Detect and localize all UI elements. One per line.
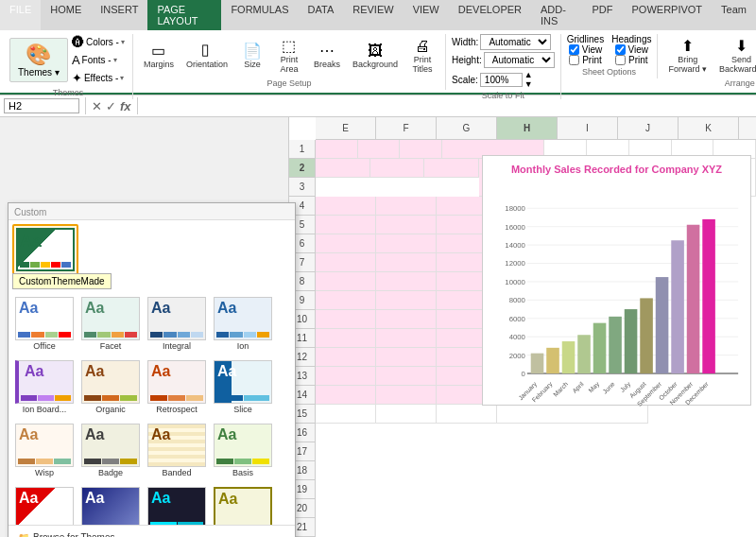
cell-e11[interactable] (316, 348, 376, 367)
cell-f7[interactable] (376, 272, 437, 291)
cell-e6[interactable] (316, 253, 376, 272)
theme-item-office[interactable]: Aa Office (12, 293, 77, 355)
cancel-formula-icon[interactable]: ✕ (92, 99, 102, 113)
tab-data[interactable]: DATA (299, 0, 344, 30)
colors-button[interactable]: 🅐 Colors - ▾ (70, 34, 127, 50)
wisp-letter: Aa (19, 426, 38, 443)
cell-e13[interactable] (316, 386, 376, 405)
tab-page-layout[interactable]: PAGE LAYOUT (147, 0, 221, 30)
theme-item-celestial[interactable]: Aa Celestial (78, 483, 143, 525)
orientation-button[interactable]: ▭ Orientation (181, 39, 232, 72)
cell-f13[interactable] (376, 386, 437, 405)
gridlines-view-check[interactable] (569, 44, 579, 55)
gridlines-print-check[interactable] (569, 55, 579, 65)
theme-item-facet[interactable]: Aa Facet (78, 293, 143, 355)
tab-pdf[interactable]: PDF (583, 0, 623, 30)
confirm-formula-icon[interactable]: ✓ (106, 99, 116, 113)
theme-panel-scroll[interactable]: Custom Aa (9, 203, 295, 525)
breaks-button[interactable]: ⋯ Breaks (309, 39, 345, 72)
effects-button[interactable]: ✦ Effects - ▾ (70, 70, 127, 86)
theme-item-integral[interactable]: Aa Integral (145, 293, 209, 355)
cell-e1[interactable] (316, 140, 358, 159)
print-titles-button[interactable]: 🖨 PrintTitles (405, 35, 439, 77)
cell-e12[interactable] (316, 367, 376, 386)
theme-item-badge[interactable]: Aa Badge (78, 420, 143, 481)
cell-f9[interactable] (376, 310, 437, 329)
tab-powerpivot[interactable]: POWERPIVOT (623, 0, 713, 30)
scale-input[interactable] (480, 73, 523, 87)
tab-developer[interactable]: DEVELOPER (449, 0, 531, 30)
custom-theme-item[interactable]: Aa CustomThe... (12, 224, 78, 286)
cell-e5[interactable] (316, 234, 376, 253)
theme-item-banded[interactable]: Aa Banded (145, 420, 209, 481)
headings-col: Headings View Print (611, 34, 651, 65)
tab-review[interactable]: REVIEW (343, 0, 403, 30)
cell-f6[interactable] (376, 253, 437, 272)
bring-forward-button[interactable]: ⬆ BringForward ▾ (663, 34, 712, 77)
theme-grid: Aa Office Aa Facet (9, 289, 295, 525)
tab-team[interactable]: Team (712, 0, 756, 30)
formula-input[interactable]: COMPANY XYZ (144, 99, 752, 113)
tab-insert[interactable]: INSERT (91, 0, 147, 30)
theme-item-organic[interactable]: Aa Organic (78, 356, 143, 418)
cell-f2[interactable] (370, 159, 425, 178)
cell-e7[interactable] (316, 272, 376, 291)
print-area-button[interactable]: ⬚ PrintArea (272, 34, 306, 77)
group-arrange: ⬆ BringForward ▾ ⬇ SendBackward ▾ ▦ Sele… (658, 34, 756, 90)
theme-item-crop[interactable]: Aa Crop (211, 483, 275, 525)
cell-g2[interactable] (424, 159, 479, 178)
theme-item-wisp[interactable]: Aa Wisp (12, 420, 77, 481)
themes-button[interactable]: 🎨 Themes ▾ (9, 38, 68, 82)
headings-view-check[interactable] (615, 44, 626, 55)
insert-function-icon[interactable]: fx (120, 99, 131, 113)
svg-rect-30 (687, 225, 700, 373)
office-letter: Aa (19, 300, 38, 317)
size-button[interactable]: 📄 Size (235, 39, 269, 72)
cell-e9[interactable] (316, 310, 376, 329)
tab-addins[interactable]: ADD-INS (531, 0, 583, 30)
theme-item-retrospect[interactable]: Aa Retrospect (145, 356, 209, 418)
theme-item-basis[interactable]: Aa Basis (211, 420, 275, 481)
scale-spinner[interactable]: ▲▼ (524, 70, 533, 89)
headings-print-check[interactable] (615, 55, 626, 65)
organic-letter: Aa (85, 363, 104, 380)
tab-formulas[interactable]: FORMULAS (221, 0, 298, 30)
cell-f12[interactable] (376, 367, 437, 386)
theme-item-berlin[interactable]: Aa Berlin (12, 483, 77, 525)
cell-f10[interactable] (376, 329, 437, 348)
cell-f14[interactable] (376, 405, 437, 424)
cell-f8[interactable] (376, 291, 437, 310)
cell-e3[interactable] (316, 197, 376, 216)
send-backward-button[interactable]: ⬇ SendBackward ▾ (714, 34, 756, 77)
fonts-button[interactable]: A Fonts - ▾ (70, 52, 127, 68)
height-dropdown[interactable]: Automatic (484, 52, 555, 68)
theme-item-slice[interactable]: Aa Slice (211, 356, 275, 418)
background-button[interactable]: 🖼 Background (348, 40, 403, 72)
cell-f4[interactable] (376, 216, 437, 234)
row-2: 2 (289, 159, 315, 178)
cell-g14[interactable] (437, 405, 497, 424)
name-box[interactable] (4, 98, 79, 113)
cell-f11[interactable] (376, 348, 437, 367)
tab-view[interactable]: VIEW (404, 0, 449, 30)
theme-item-ionboard[interactable]: Aa Ion Board... (12, 356, 77, 418)
cell-e14[interactable] (316, 405, 376, 424)
cell-e4[interactable] (316, 216, 376, 234)
cell-e8[interactable] (316, 291, 376, 310)
margins-button[interactable]: ▭ Margins (139, 39, 179, 72)
theme-item-ion[interactable]: Aa Ion (211, 293, 275, 355)
theme-item-circuit[interactable]: Aa Circuit (145, 483, 209, 525)
chart-title: Monthly Sales Recorded for Company XYZ (490, 164, 743, 175)
browse-label: Browse for Themes... (33, 532, 123, 537)
cell-f3[interactable] (376, 197, 437, 216)
browse-themes-button[interactable]: 📁 Browse for Themes... (14, 529, 289, 537)
width-dropdown[interactable]: Automatic (480, 34, 551, 50)
tab-file[interactable]: FILE (0, 0, 41, 30)
cell-f5[interactable] (376, 234, 437, 253)
cell-e2[interactable] (316, 159, 370, 178)
cell-e10[interactable] (316, 329, 376, 348)
cell-f1[interactable] (358, 140, 401, 159)
print-titles-icon: 🖨 (415, 38, 430, 55)
cell-g1[interactable] (400, 140, 442, 159)
tab-home[interactable]: HOME (41, 0, 91, 30)
